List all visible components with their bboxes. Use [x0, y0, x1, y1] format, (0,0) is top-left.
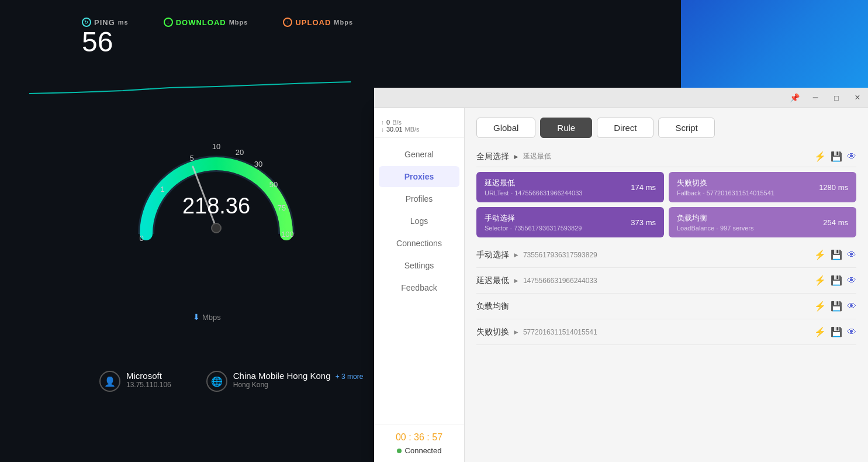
list-shibai: 失败切换 ► 5772016311514015541 ⚡ 💾 👁: [476, 319, 856, 345]
upload-label: UPLOAD: [295, 18, 331, 27]
shibai-list-arrow: ►: [513, 328, 520, 336]
tab-global[interactable]: Global: [476, 118, 535, 138]
download-unit: Mbps: [229, 19, 248, 26]
speedometer-gauge: 0 1 5 10 20 30 50 75 100 218.36: [117, 94, 316, 281]
shoudong-list-id: 7355617936317593829: [523, 251, 597, 259]
speedtest-metrics: ↻ PING ms 56 ↓ DOWNLOAD Mbps ↑ UPLOAD Mb…: [82, 18, 353, 58]
svg-text:0: 0: [139, 234, 143, 243]
upload-arrow-icon: ↑: [381, 119, 384, 126]
fuzai-card-id: LoadBalance - 997 servers: [677, 225, 753, 232]
svg-text:218.36: 218.36: [182, 194, 250, 218]
ping-value: 56: [82, 27, 113, 58]
download-arrow-icon: ↓: [381, 126, 384, 133]
tab-direct[interactable]: Direct: [597, 118, 653, 138]
proxy-card-yanchi[interactable]: 延迟最低 URLTest - 1475566631966244033 174 m…: [476, 172, 664, 202]
nav-connections[interactable]: Connections: [379, 233, 459, 254]
nav-profiles[interactable]: Profiles: [379, 188, 459, 209]
yanchi-eye-icon[interactable]: 👁: [847, 275, 856, 286]
nav-settings[interactable]: Settings: [379, 255, 459, 276]
upload-icon: ↑: [283, 18, 292, 27]
quanju-save-icon[interactable]: 💾: [831, 151, 842, 162]
list-fuzai: 负载均衡 ⚡ 💾 👁: [476, 294, 856, 319]
server-local: 👤 Microsoft 13.75.110.106: [99, 371, 171, 392]
svg-text:5: 5: [189, 154, 193, 163]
shoudong-list-arrow: ►: [513, 251, 520, 259]
sidebar-footer: 00 : 36 : 57 Connected: [374, 425, 464, 462]
proxy-card-shoudong[interactable]: 手动选择 Selector - 7355617936317593829 373 …: [476, 207, 664, 237]
status-dot-icon: [397, 449, 402, 453]
download-stat-value: 30.01: [386, 126, 403, 133]
ping-unit: ms: [118, 19, 129, 26]
sidebar: ↑ 0 B/s ↓ 30.01 MB/s General Proxies Pro…: [374, 108, 465, 462]
shibai-card-name: 失败切换: [677, 178, 774, 188]
fuzai-lightning-icon[interactable]: ⚡: [814, 301, 826, 312]
shibai-eye-icon[interactable]: 👁: [847, 327, 856, 337]
svg-point-10: [212, 223, 221, 233]
svg-text:100: 100: [281, 230, 294, 239]
fuzai-list-name: 负载均衡: [476, 301, 509, 312]
maximize-button[interactable]: □: [826, 89, 847, 106]
yanchi-card-id: URLTest - 1475566631966244033: [485, 189, 582, 196]
proxy-cards-grid: 延迟最低 URLTest - 1475566631966244033 174 m…: [476, 167, 856, 242]
pin-button[interactable]: 📌: [784, 89, 805, 106]
tab-script[interactable]: Script: [658, 118, 714, 138]
globe-icon: 🌐: [206, 371, 227, 392]
yanchi-list-arrow: ►: [513, 277, 520, 285]
yanchi-list-name: 延迟最低: [476, 275, 509, 286]
fuzai-card-latency: 254 ms: [823, 218, 848, 227]
timer: 00 : 36 : 57: [383, 432, 455, 443]
ping-metric: ↻ PING ms 56: [82, 18, 129, 58]
quanju-name: 全局选择: [476, 151, 509, 162]
shoudong-save-icon[interactable]: 💾: [831, 249, 842, 260]
upload-stat: ↑ 0 B/s: [381, 119, 457, 126]
fuzai-eye-icon[interactable]: 👁: [847, 301, 856, 312]
svg-text:10: 10: [212, 142, 220, 151]
connection-status: Connected: [383, 446, 455, 455]
shoudong-card-id: Selector - 7355617936317593829: [485, 225, 582, 232]
proxy-card-fuzai[interactable]: 负载均衡 LoadBalance - 997 servers 254 ms: [669, 207, 856, 237]
fuzai-save-icon[interactable]: 💾: [831, 301, 842, 312]
server2-location: Hong Kong: [233, 381, 364, 389]
quanju-lightning-icon[interactable]: ⚡: [814, 151, 826, 162]
minimize-button[interactable]: −: [805, 89, 826, 106]
server-remote: 🌐 China Mobile Hong Kong + 3 more Hong K…: [206, 371, 364, 392]
shoudong-card-name: 手动选择: [485, 213, 582, 223]
yanchi-save-icon[interactable]: 💾: [831, 275, 842, 286]
server-info: 👤 Microsoft 13.75.110.106 🌐 China Mobile…: [99, 371, 363, 392]
nav-feedback[interactable]: Feedback: [379, 277, 459, 298]
shoudong-lightning-icon[interactable]: ⚡: [814, 249, 826, 260]
download-stat-unit: MB/s: [405, 126, 420, 133]
proxy-card-shibai[interactable]: 失败切换 Fallback - 5772016311514015541 1280…: [669, 172, 856, 202]
quanju-eye-icon[interactable]: 👁: [847, 151, 856, 162]
yanchi-card-latency: 174 ms: [631, 183, 656, 192]
ping-icon: ↻: [82, 18, 91, 27]
yanchi-card-name: 延迟最低: [485, 178, 582, 188]
tab-rule[interactable]: Rule: [540, 118, 592, 138]
main-content: Global Rule Direct Script 全局选择 ► 延迟最低 ⚡ …: [465, 108, 868, 462]
shoudong-eye-icon[interactable]: 👁: [847, 250, 856, 260]
shibai-lightning-icon[interactable]: ⚡: [814, 326, 826, 337]
svg-text:50: 50: [269, 180, 278, 189]
nav-logs[interactable]: Logs: [379, 211, 459, 232]
list-shoudong: 手动选择 ► 7355617936317593829 ⚡ 💾 👁: [476, 242, 856, 268]
mode-tabs: Global Rule Direct Script: [465, 108, 868, 145]
nav-proxies[interactable]: Proxies: [379, 166, 459, 187]
download-label: DOWNLOAD: [176, 18, 226, 27]
shibai-card-id: Fallback - 5772016311514015541: [677, 189, 774, 196]
svg-text:20: 20: [236, 148, 244, 157]
proxy-content: 全局选择 ► 延迟最低 ⚡ 💾 👁 延迟最低 URLTest - 1475566…: [465, 145, 868, 462]
yanchi-lightning-icon[interactable]: ⚡: [814, 275, 826, 286]
upload-stat-value: 0: [386, 119, 390, 126]
nav-general[interactable]: General: [379, 144, 459, 165]
person-icon: 👤: [99, 371, 120, 392]
quanju-subtitle: 延迟最低: [523, 151, 551, 161]
shibai-card-latency: 1280 ms: [819, 183, 848, 192]
server2-name: China Mobile Hong Kong + 3 more: [233, 371, 364, 381]
group-quanjuxuanze: 全局选择 ► 延迟最低 ⚡ 💾 👁: [476, 145, 856, 167]
fuzai-card-name: 负载均衡: [677, 213, 753, 223]
shibai-save-icon[interactable]: 💾: [831, 326, 842, 337]
upload-unit: Mbps: [334, 19, 353, 26]
window-titlebar: 📌 − □ ×: [374, 88, 868, 108]
shibai-list-name: 失败切换: [476, 327, 509, 337]
close-button[interactable]: ×: [847, 89, 868, 106]
